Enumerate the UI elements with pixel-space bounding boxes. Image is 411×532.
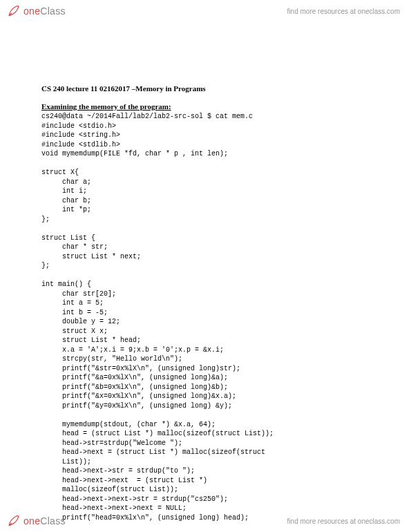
logo-text: oneClass bbox=[23, 6, 66, 17]
doc-subheading: Examining the memory of the program: bbox=[41, 102, 370, 111]
footer: oneClass find more resources at oneclass… bbox=[0, 510, 411, 532]
document-body: CS 240 lecture 11 02162017 –Memory in Pr… bbox=[0, 22, 411, 532]
feather-icon bbox=[7, 4, 21, 18]
logo-footer: oneClass bbox=[7, 514, 66, 528]
logo: oneClass bbox=[7, 4, 66, 18]
header-tagline-link[interactable]: find more resources at oneclass.com bbox=[287, 8, 400, 15]
logo-text-footer: oneClass bbox=[23, 515, 66, 526]
feather-icon bbox=[7, 514, 21, 528]
doc-title: CS 240 lecture 11 02162017 –Memory in Pr… bbox=[41, 84, 370, 93]
code-block: cs240@data ~/2014Fall/lab2/lab2-src-sol … bbox=[41, 112, 370, 522]
footer-tagline-link[interactable]: find more resources at oneclass.com bbox=[287, 517, 400, 525]
header: oneClass find more resources at oneclass… bbox=[0, 0, 411, 22]
